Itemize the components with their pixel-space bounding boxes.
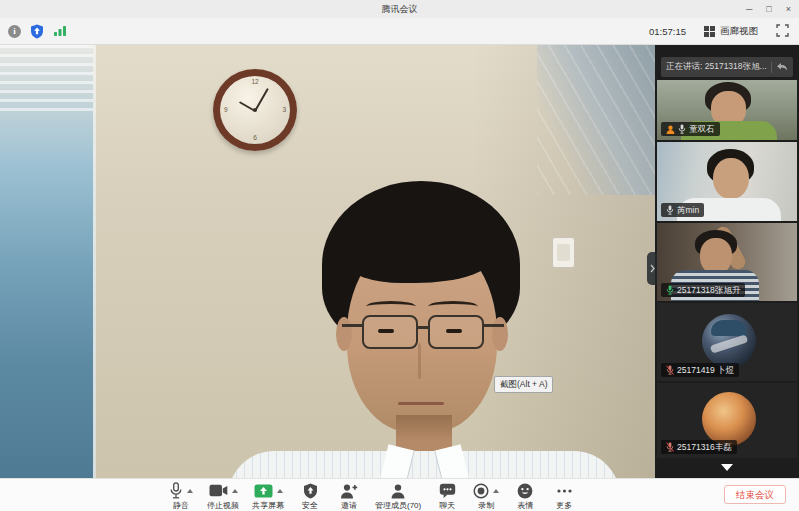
participant-video-5[interactable]: 25171316丰磊 <box>657 383 797 458</box>
mic-on-icon <box>666 205 674 215</box>
maximize-button[interactable]: □ <box>766 5 771 14</box>
tencent-meeting-window: 腾讯会议 ─ □ × i 01:57:15 画廊视图 <box>0 0 799 511</box>
window-title: 腾讯会议 <box>382 3 418 16</box>
meeting-duration: 01:57:15 <box>649 26 686 37</box>
record-icon <box>473 483 489 499</box>
more-icon <box>556 483 573 499</box>
members-icon <box>390 483 406 499</box>
chat-button[interactable]: 聊天 <box>434 482 460 511</box>
chat-icon <box>439 483 456 499</box>
participant-name: 芮min <box>677 206 699 215</box>
scroll-down-icon[interactable] <box>721 464 733 471</box>
security-button[interactable]: 安全 <box>297 482 323 511</box>
title-bar: 腾讯会议 ─ □ × <box>0 0 799 18</box>
participant-name: 25171419 卜煜 <box>677 366 734 375</box>
emoji-button[interactable]: 表情 <box>512 482 538 511</box>
participant-video-1[interactable]: 童双石 <box>657 80 797 140</box>
meeting-info-icon[interactable]: i <box>8 25 21 38</box>
participant-name: 25171316丰磊 <box>677 443 732 452</box>
participant-name-tag: 25171318张旭升 <box>661 283 745 297</box>
mute-button[interactable]: 静音 <box>168 482 194 511</box>
emoji-icon <box>517 483 533 499</box>
share-options-caret[interactable] <box>277 489 283 493</box>
microphone-icon <box>169 482 183 499</box>
mute-options-caret[interactable] <box>187 489 193 493</box>
fullscreen-icon[interactable] <box>776 24 789 39</box>
grid-view-icon <box>704 26 715 37</box>
sidebar-collapse-handle[interactable] <box>647 252 657 285</box>
host-badge-icon <box>666 125 675 134</box>
wall-clock: 12 3 6 9 <box>213 69 297 151</box>
video-options-caret[interactable] <box>232 489 238 493</box>
screenshot-hotkey-tooltip: 截图(Alt + A) <box>494 376 553 393</box>
security-status-icon[interactable] <box>30 24 44 39</box>
active-speaker-label: 正在讲话: 25171318张旭... <box>666 61 768 73</box>
mic-on-icon <box>678 124 686 134</box>
mic-muted-icon <box>666 365 674 375</box>
record-button[interactable]: 录制 <box>473 482 499 511</box>
stop-video-button[interactable]: 停止视频 <box>207 482 239 511</box>
avatar <box>702 314 756 368</box>
window-controls: ─ □ × <box>746 0 791 18</box>
chevron-right-icon <box>650 264 655 273</box>
network-signal-icon[interactable] <box>53 25 67 37</box>
participant-video-4[interactable]: 25171419 卜煜 <box>657 303 797 381</box>
camera-icon <box>209 484 228 497</box>
participant-name: 童双石 <box>689 125 715 134</box>
bottom-toolbar: 静音 停止视频 共享屏幕 安全 <box>0 478 799 511</box>
participant-video-2[interactable]: 芮min <box>657 142 797 221</box>
end-meeting-button[interactable]: 结束会议 <box>724 485 786 504</box>
mic-muted-icon <box>666 442 674 452</box>
active-speaker-banner: 正在讲话: 25171318张旭... <box>661 57 793 77</box>
main-speaker-video: 12 3 6 9 截图(Alt + A) <box>0 45 655 478</box>
participant-name: 25171318张旭升 <box>677 286 740 295</box>
security-shield-icon <box>303 483 318 499</box>
participant-name-tag: 25171419 卜煜 <box>661 363 739 377</box>
more-button[interactable]: 更多 <box>551 482 577 511</box>
participant-video-3[interactable]: 25171318张旭升 <box>657 223 797 301</box>
invite-icon <box>340 483 358 499</box>
mic-speaking-icon <box>666 285 674 295</box>
share-screen-button[interactable]: 共享屏幕 <box>252 482 284 511</box>
manage-members-button[interactable]: 管理成员(70) <box>375 482 421 511</box>
status-toolbar: i 01:57:15 画廊视图 <box>0 18 799 45</box>
gallery-view-button[interactable]: 画廊视图 <box>704 25 758 38</box>
close-button[interactable]: × <box>786 5 791 14</box>
participant-name-tag: 25171316丰磊 <box>661 440 737 454</box>
invite-button[interactable]: 邀请 <box>336 482 362 511</box>
light-switch <box>552 237 575 268</box>
record-options-caret[interactable] <box>493 489 499 493</box>
participant-name-tag: 芮min <box>661 203 704 217</box>
minimize-button[interactable]: ─ <box>746 5 752 14</box>
avatar <box>702 392 756 446</box>
gallery-view-label: 画廊视图 <box>720 25 758 38</box>
participants-sidebar: 正在讲话: 25171318张旭... 童双石 芮m <box>655 45 799 478</box>
share-screen-icon <box>254 484 273 498</box>
participant-name-tag: 童双石 <box>661 122 720 136</box>
restore-view-icon[interactable] <box>776 62 788 72</box>
